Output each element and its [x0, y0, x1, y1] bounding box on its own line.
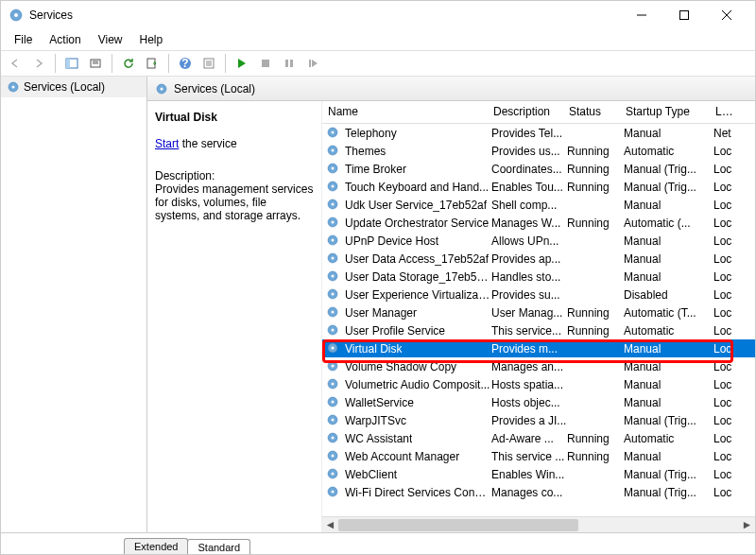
cell-status: Running: [567, 145, 624, 158]
cell-name: User Manager: [345, 306, 417, 320]
gear-icon: [326, 323, 341, 338]
menu-view[interactable]: View: [91, 31, 130, 48]
tree-item-services-local[interactable]: Services (Local): [1, 77, 146, 97]
scroll-left-arrow[interactable]: ◄: [322, 517, 338, 533]
svg-rect-7: [66, 59, 70, 68]
table-row[interactable]: ThemesProvides us...RunningAutomaticLoc: [322, 142, 755, 160]
close-button[interactable]: [705, 1, 747, 29]
cell-startup: Automatic: [624, 145, 713, 158]
table-row[interactable]: Touch Keyboard and Hand...Enables Tou...…: [322, 178, 755, 196]
cell-startup: Manual: [624, 342, 713, 356]
restart-service-button[interactable]: [302, 53, 323, 74]
table-row[interactable]: Volume Shadow CopyManages an...ManualLoc: [322, 357, 755, 375]
tab-standard[interactable]: Standard: [187, 539, 250, 555]
cell-startup: Manual: [624, 234, 713, 248]
cell-name: User Experience Virtualizati...: [345, 288, 491, 302]
cell-desc: Provides a JI...: [491, 414, 567, 427]
col-startup[interactable]: Startup Type: [620, 101, 710, 123]
start-link[interactable]: Start: [155, 137, 179, 150]
menu-file[interactable]: File: [7, 31, 40, 48]
table-row[interactable]: User ManagerUser Manag...RunningAutomati…: [322, 304, 755, 321]
cell-status: Running: [567, 217, 624, 230]
gear-icon: [326, 126, 341, 141]
svg-point-45: [332, 292, 335, 295]
table-row[interactable]: Wi-Fi Direct Services Conne...Manages co…: [322, 483, 755, 501]
svg-point-35: [332, 202, 335, 205]
export-button[interactable]: [142, 53, 163, 74]
table-row[interactable]: WebClientEnables Win...Manual (Trig...Lo…: [322, 465, 755, 483]
maximize-button[interactable]: [662, 1, 705, 29]
cell-desc: Provides us...: [491, 145, 567, 158]
svg-point-67: [332, 490, 335, 493]
table-row[interactable]: Virtual DiskProvides m...ManualLoc: [322, 339, 755, 357]
table-row[interactable]: Time BrokerCoordinates...RunningManual (…: [322, 160, 755, 178]
cell-name: WC Assistant: [345, 432, 412, 445]
cell-startup: Automatic (...: [624, 217, 713, 230]
table-row[interactable]: Volumetric Audio Composit...Hosts spatia…: [322, 375, 755, 393]
cell-desc: Allows UPn...: [491, 234, 567, 248]
properties-button[interactable]: [198, 53, 219, 74]
tab-extended[interactable]: Extended: [124, 538, 188, 554]
table-row[interactable]: WalletServiceHosts objec...ManualLoc: [322, 393, 755, 411]
table-row[interactable]: UPnP Device HostAllows UPn...ManualLoc: [322, 232, 755, 250]
minimize-button[interactable]: [620, 1, 662, 29]
stop-service-button[interactable]: [255, 53, 276, 74]
cell-name: WalletService: [345, 396, 414, 409]
forward-button[interactable]: [28, 53, 49, 74]
gear-icon: [7, 80, 20, 94]
description-label: Description:: [155, 169, 314, 182]
menu-action[interactable]: Action: [42, 31, 88, 48]
table-row[interactable]: Update Orchestrator ServiceManages W...R…: [322, 214, 755, 232]
horizontal-scrollbar[interactable]: ◄ ►: [322, 516, 755, 532]
cell-desc: Ad-Aware ...: [491, 432, 567, 445]
cell-startup: Manual: [624, 450, 713, 463]
gear-icon: [326, 287, 341, 303]
table-row[interactable]: User Profile ServiceThis service...Runni…: [322, 321, 755, 339]
cell-name: Volume Shadow Copy: [345, 360, 456, 373]
col-logon[interactable]: Log: [710, 101, 738, 123]
content: Services (Local) Services (Local) Virtua…: [1, 77, 755, 533]
cell-desc: Provides ap...: [491, 252, 567, 266]
col-name[interactable]: Name: [322, 101, 488, 123]
scroll-thumb[interactable]: [338, 519, 578, 531]
export-list-button[interactable]: [85, 53, 106, 74]
back-button[interactable]: [5, 53, 26, 74]
cell-desc: Enables Tou...: [491, 181, 567, 194]
menu-help[interactable]: Help: [132, 31, 171, 48]
table-row[interactable]: WarpJITSvcProvides a JI...Manual (Trig..…: [322, 411, 755, 429]
scroll-right-arrow[interactable]: ►: [739, 517, 755, 533]
cell-name: Update Orchestrator Service: [345, 217, 489, 230]
help-button[interactable]: ?: [175, 53, 196, 74]
show-hide-console-button[interactable]: [61, 53, 82, 74]
cell-startup: Manual (Trig...: [624, 163, 713, 176]
toolbar: ?: [1, 50, 755, 77]
cell-logon: Loc: [713, 145, 742, 158]
cell-desc: Manages W...: [491, 217, 567, 230]
refresh-button[interactable]: [118, 53, 139, 74]
svg-point-61: [332, 436, 335, 439]
table-row[interactable]: Web Account ManagerThis service ...Runni…: [322, 447, 755, 465]
cell-logon: Loc: [713, 432, 742, 445]
table-row[interactable]: User Data Access_17eb52afProvides ap...M…: [322, 250, 755, 268]
detail-area: Virtual Disk Start the service Descripti…: [147, 101, 755, 532]
table-row[interactable]: WC AssistantAd-Aware ...RunningAutomatic…: [322, 429, 755, 447]
table-row[interactable]: Udk User Service_17eb52afShell comp...Ma…: [322, 196, 755, 214]
svg-point-63: [332, 454, 335, 457]
col-description[interactable]: Description: [488, 101, 563, 123]
pause-service-button[interactable]: [279, 53, 300, 74]
header-label: Services (Local): [174, 82, 255, 95]
svg-point-1: [14, 13, 18, 17]
col-status[interactable]: Status: [563, 101, 620, 123]
start-service-button[interactable]: [232, 53, 252, 74]
cell-startup: Manual: [624, 199, 713, 212]
gear-icon: [326, 449, 341, 464]
table-row[interactable]: User Data Storage_17eb52afHandles sto...…: [322, 268, 755, 286]
cell-desc: User Manag...: [491, 306, 567, 320]
cell-name: Telephony: [345, 127, 397, 140]
cell-desc: Coordinates...: [491, 163, 567, 176]
svg-point-53: [332, 364, 335, 367]
table-row[interactable]: TelephonyProvides Tel...ManualNet: [322, 124, 755, 142]
table-row[interactable]: User Experience Virtualizati...Provides …: [322, 286, 755, 304]
cell-logon: Loc: [713, 360, 742, 373]
cell-logon: Loc: [713, 199, 742, 212]
